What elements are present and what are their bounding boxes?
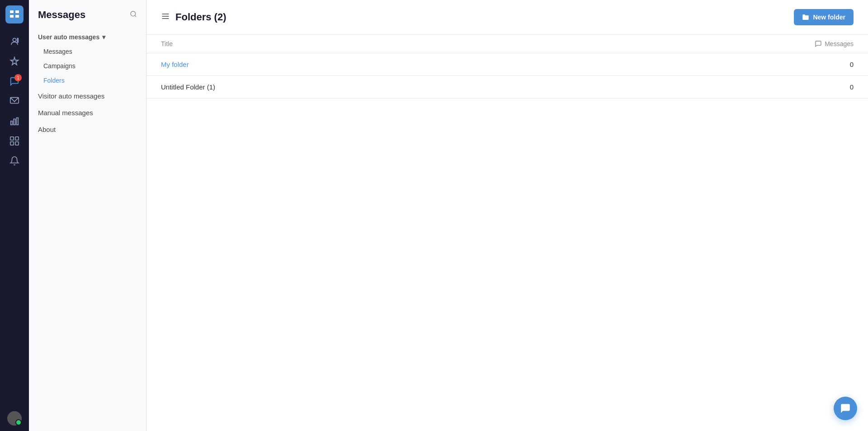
integrations-icon[interactable] xyxy=(5,132,24,150)
folders-table: Title Messages My folder 0 Untitled Fold… xyxy=(146,35,868,431)
sidebar-item-campaigns[interactable]: Campaigns xyxy=(29,59,146,73)
folder-count-my-folder: 0 xyxy=(850,61,854,68)
sidebar-item-about[interactable]: About xyxy=(29,121,146,138)
new-folder-label: New folder xyxy=(813,14,845,21)
svg-rect-13 xyxy=(15,142,19,145)
sidebar-group-user-auto-messages[interactable]: User auto messages ▾ xyxy=(29,30,146,44)
table-row[interactable]: Untitled Folder (1) 0 xyxy=(146,76,868,98)
sidebar-item-visitor-auto-messages[interactable]: Visitor auto messages xyxy=(29,88,146,104)
svg-rect-3 xyxy=(15,15,19,18)
table-header-row: Title Messages xyxy=(146,35,868,53)
chat-support-bubble[interactable] xyxy=(834,397,857,420)
new-folder-button[interactable]: New folder xyxy=(794,9,854,25)
svg-rect-1 xyxy=(15,10,19,13)
col-messages-header: Messages xyxy=(815,40,854,47)
sidebar-item-manual-messages[interactable]: Manual messages xyxy=(29,104,146,121)
svg-rect-0 xyxy=(10,10,14,13)
rail-bottom xyxy=(7,411,22,426)
chevron-down-icon: ▾ xyxy=(102,33,105,41)
inbox-icon[interactable] xyxy=(5,92,24,110)
sidebar-section-user-auto: User auto messages ▾ Messages Campaigns … xyxy=(29,30,146,88)
sidebar-title-container: Messages xyxy=(29,9,146,30)
main-header: Folders (2) New folder xyxy=(146,0,868,35)
reports-icon[interactable] xyxy=(5,112,24,130)
svg-rect-11 xyxy=(15,137,19,140)
col-messages-label: Messages xyxy=(825,40,854,47)
sidebar-search-icon[interactable] xyxy=(130,10,137,19)
header-left: Folders (2) xyxy=(161,11,226,23)
sidebar-section-visitor-auto: Visitor auto messages xyxy=(29,88,146,104)
folder-count-untitled: 0 xyxy=(850,83,854,91)
app-logo[interactable] xyxy=(5,5,24,23)
page-title: Folders (2) xyxy=(175,11,226,23)
contacts-icon[interactable] xyxy=(5,33,24,51)
svg-rect-10 xyxy=(10,137,14,140)
sidebar-title: Messages xyxy=(38,9,85,21)
sidebar-item-messages[interactable]: Messages xyxy=(29,44,146,59)
hamburger-icon[interactable] xyxy=(161,12,170,23)
svg-line-15 xyxy=(135,15,136,17)
sidebar: Messages User auto messages ▾ Messages C… xyxy=(29,0,146,431)
svg-rect-7 xyxy=(11,121,13,125)
sidebar-group-label-text: User auto messages xyxy=(38,33,99,41)
svg-rect-9 xyxy=(17,118,19,125)
sidebar-section-manual: Manual messages xyxy=(29,104,146,121)
main-content: Folders (2) New folder Title Messages My… xyxy=(146,0,868,431)
svg-rect-2 xyxy=(10,15,14,18)
table-row[interactable]: My folder 0 xyxy=(146,53,868,76)
svg-point-14 xyxy=(131,11,136,16)
svg-rect-8 xyxy=(14,119,15,125)
folder-name-untitled: Untitled Folder (1) xyxy=(161,83,215,91)
icon-rail: 1 xyxy=(0,0,29,431)
avatar[interactable] xyxy=(7,411,22,426)
svg-rect-12 xyxy=(10,142,14,145)
svg-point-4 xyxy=(13,38,16,42)
messages-badge: 1 xyxy=(14,74,22,81)
notifications-icon[interactable] xyxy=(5,152,24,170)
messages-icon[interactable]: 1 xyxy=(5,72,24,90)
campaigns-icon[interactable] xyxy=(5,52,24,70)
folder-link-my-folder[interactable]: My folder xyxy=(161,61,189,68)
svg-rect-5 xyxy=(17,38,19,43)
sidebar-section-about: About xyxy=(29,121,146,138)
sidebar-item-folders[interactable]: Folders xyxy=(29,73,146,88)
col-title-header: Title xyxy=(161,40,173,47)
